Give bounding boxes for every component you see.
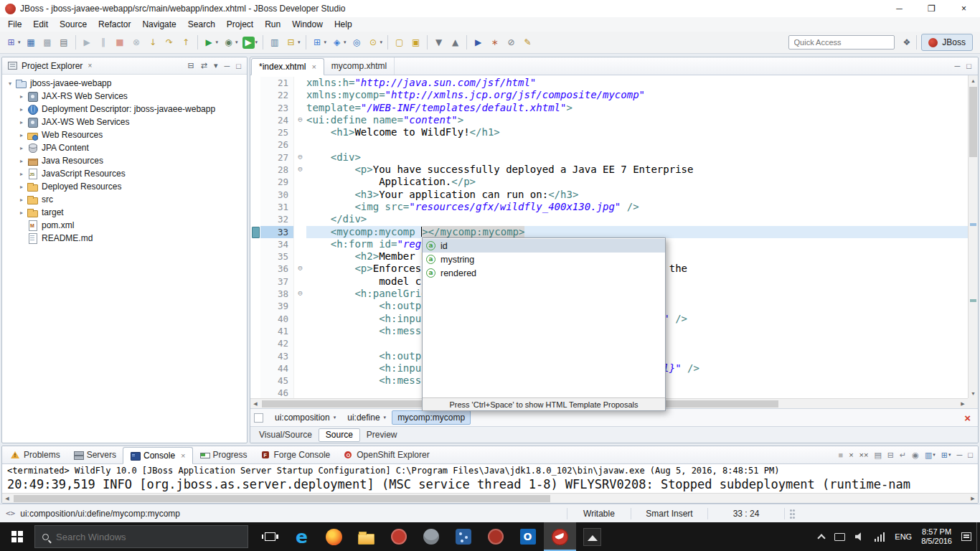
- editor-tab-index-xhtml[interactable]: *index.xhtml×: [251, 58, 324, 75]
- dropdown-arrow-icon[interactable]: ▾: [384, 415, 387, 420]
- overview-marker[interactable]: [970, 223, 976, 226]
- page-tab-preview[interactable]: Preview: [360, 428, 404, 441]
- mark-occurrences-button[interactable]: ✎: [520, 34, 535, 51]
- proposal-mystring[interactable]: amystring: [423, 253, 665, 266]
- tree-expand-arrow-icon[interactable]: ▸: [17, 171, 27, 177]
- tree-item-deployed-resources[interactable]: ▸Deployed Resources: [2, 180, 247, 193]
- save-all-button[interactable]: ▩: [40, 34, 55, 51]
- view-tab-openshift-explorer[interactable]: OpenShift Explorer: [336, 446, 435, 463]
- maximize-view-button[interactable]: □: [966, 62, 971, 70]
- breadcrumb-toggle[interactable]: [254, 413, 263, 423]
- tree-expand-arrow-icon[interactable]: ▸: [17, 106, 27, 113]
- view-menu-button[interactable]: ▾: [214, 61, 218, 70]
- code-line-25[interactable]: 25 <h1>Welcome to WildFly!</h1>: [250, 126, 968, 138]
- web-browser-button[interactable]: ◎: [349, 34, 364, 51]
- tree-item-web-resources[interactable]: ▸Web Resources: [2, 128, 247, 141]
- code-line-21[interactable]: 21xmlns:h="http://java.sun.com/jsf/html": [250, 77, 968, 89]
- step-return-button[interactable]: ↑: [179, 34, 194, 51]
- dropdown-arrow-icon[interactable]: ▾: [933, 452, 936, 458]
- view-tab-problems[interactable]: Problems: [4, 446, 67, 463]
- vertical-scroll-thumb[interactable]: [969, 87, 977, 157]
- start-button[interactable]: [0, 522, 34, 551]
- overview-marker[interactable]: [970, 299, 976, 302]
- tab-close-icon[interactable]: ×: [311, 62, 316, 71]
- tree-item-jpa-content[interactable]: ▸JPA Content: [2, 141, 247, 154]
- action-center-button[interactable]: [956, 522, 976, 551]
- taskbar-app-photos[interactable]: [576, 522, 608, 551]
- menu-project[interactable]: Project: [221, 18, 259, 31]
- window-close-button[interactable]: ×: [948, 0, 980, 17]
- tree-item-javascript-resources[interactable]: ▸JavaScript Resources: [2, 167, 247, 180]
- launch-ws-tester-button[interactable]: ◈▾: [329, 34, 348, 51]
- proposal-rendered[interactable]: arendered: [423, 266, 665, 280]
- taskbar-app-app-red-1[interactable]: [382, 522, 415, 551]
- pin-console-button[interactable]: ◉: [912, 451, 919, 460]
- menu-edit[interactable]: Edit: [27, 18, 54, 31]
- tree-item-target[interactable]: ▸target: [2, 206, 247, 219]
- tree-item-java-resources[interactable]: ▸Java Resources: [2, 154, 247, 167]
- console-output-area[interactable]: <terminated> WildFly 10.0 [JBoss Applica…: [2, 464, 978, 493]
- taskbar-app-jboss-devstudio[interactable]: [544, 522, 576, 551]
- tree-item-readme-md[interactable]: README.md: [2, 232, 247, 245]
- dropdown-arrow-icon[interactable]: ▾: [255, 39, 258, 45]
- disconnect-button[interactable]: ⊗: [129, 34, 144, 51]
- print-button[interactable]: ▤: [57, 34, 72, 51]
- skip-breakpoints-button[interactable]: ⊘: [504, 34, 519, 51]
- network-tray-icon[interactable]: [870, 522, 890, 551]
- tree-item-jax-ws-web-services[interactable]: ▸JAX-WS Web Services: [2, 116, 247, 128]
- display-selected-console-button[interactable]: ▥▾: [925, 451, 936, 460]
- tree-expand-arrow-icon[interactable]: ▸: [17, 132, 27, 138]
- taskbar-search[interactable]: [34, 525, 248, 548]
- dropdown-arrow-icon[interactable]: ▾: [948, 452, 951, 458]
- previous-annotation-button[interactable]: ▲: [448, 34, 463, 51]
- breadcrumb-item-mycomp-mycomp[interactable]: mycomp:mycomp: [392, 410, 471, 425]
- view-tab-console[interactable]: Console×: [123, 447, 192, 464]
- code-line-22[interactable]: 22xmlns:mycomp="http://xmlns.jcp.org/jsf…: [250, 89, 968, 101]
- tree-expand-arrow-icon[interactable]: ▸: [17, 93, 27, 100]
- scroll-down-arrow-icon[interactable]: ▼: [969, 388, 978, 398]
- collapse-all-button[interactable]: ⊟: [188, 61, 194, 70]
- project-explorer-tab[interactable]: Project Explorer ×: [2, 57, 98, 74]
- new-wizard-button[interactable]: ⊞▾: [4, 34, 22, 51]
- open-type-button[interactable]: ▣: [408, 34, 423, 51]
- task-view-button[interactable]: [254, 522, 286, 551]
- dropdown-arrow-icon[interactable]: ▾: [344, 39, 347, 45]
- view-tab-forge-console[interactable]: Forge Console: [254, 446, 337, 463]
- tree-expand-arrow-icon[interactable]: ▸: [17, 184, 27, 190]
- tree-item-deployment-descriptor-jboss-javaee-webapp[interactable]: ▸Deployment Descriptor: jboss-javaee-web…: [2, 103, 247, 116]
- next-annotation-button[interactable]: ▼: [431, 34, 446, 51]
- minimize-view-button[interactable]: ─: [225, 62, 230, 70]
- minimize-view-button[interactable]: ─: [955, 62, 961, 70]
- fold-collapse-icon[interactable]: ⊖: [293, 288, 306, 300]
- jboss-perspective-button[interactable]: JBoss: [921, 34, 973, 51]
- scroll-left-arrow-icon[interactable]: ◀: [2, 496, 12, 501]
- resume-button[interactable]: ▶: [80, 34, 95, 51]
- menu-window[interactable]: Window: [286, 18, 329, 31]
- quick-access-input[interactable]: [788, 35, 895, 50]
- maximize-view-button[interactable]: □: [236, 62, 241, 70]
- taskbar-clock[interactable]: 8:57 PM 8/5/2016: [917, 527, 956, 546]
- tree-item-pom-xml[interactable]: pom.xml: [2, 219, 247, 232]
- dropdown-arrow-icon[interactable]: ▾: [216, 39, 219, 45]
- show-hidden-icons-button[interactable]: [814, 522, 829, 551]
- maximize-view-button[interactable]: □: [968, 451, 973, 459]
- tree-expand-arrow-icon[interactable]: ▸: [17, 209, 27, 216]
- suspend-button[interactable]: ‖: [96, 34, 111, 51]
- remove-launch-button[interactable]: ×: [849, 451, 853, 459]
- tree-expand-arrow-icon[interactable]: ▸: [17, 158, 27, 164]
- taskbar-app-app-red-2[interactable]: [479, 522, 512, 551]
- taskbar-search-input[interactable]: [56, 532, 240, 542]
- dropdown-arrow-icon[interactable]: ▾: [324, 39, 327, 45]
- step-into-button[interactable]: ↓: [146, 34, 161, 51]
- dropdown-arrow-icon[interactable]: ▾: [298, 39, 301, 45]
- display-tray-icon[interactable]: [829, 522, 850, 551]
- code-line-29[interactable]: 29 Application.</p>: [250, 176, 968, 188]
- fold-collapse-icon[interactable]: ⊖: [293, 151, 306, 164]
- menu-refactor[interactable]: Refactor: [93, 18, 136, 31]
- open-data-source-button[interactable]: ⊟▾: [283, 34, 302, 51]
- external-tools-button[interactable]: ▶▾: [202, 34, 220, 51]
- code-line-23[interactable]: 23template="/WEB-INF/templates/default.x…: [250, 102, 968, 114]
- code-line-31[interactable]: 31 <img src="resources/gfx/wildfly_400x1…: [250, 201, 968, 213]
- breadcrumb-item-ui-define[interactable]: ui:define▾: [341, 410, 392, 425]
- view-tab-progress[interactable]: Progress: [193, 446, 254, 463]
